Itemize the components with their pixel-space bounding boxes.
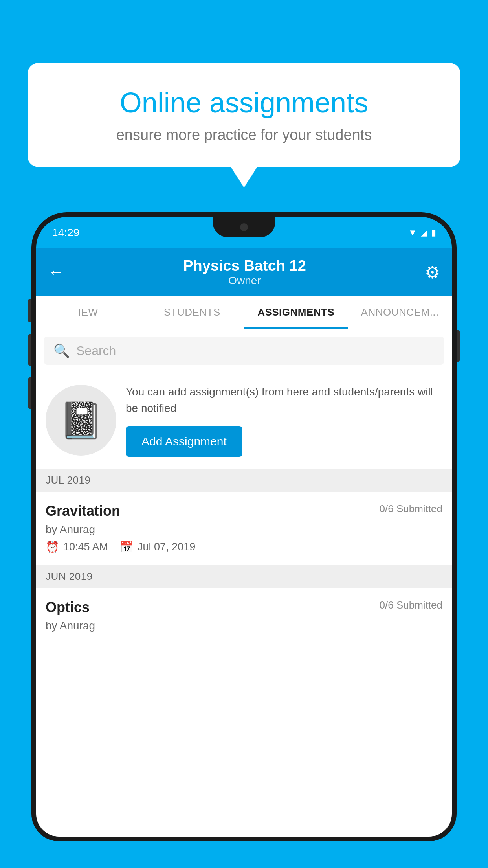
promo-section: 📓 You can add assignment(s) from here an… xyxy=(36,372,452,469)
search-container: 🔍 Search xyxy=(36,329,452,372)
signal-icon: ◢ xyxy=(421,228,427,238)
owner-label: Owner xyxy=(64,274,425,287)
assignment-title-optics: Optics xyxy=(46,599,90,616)
front-camera xyxy=(240,223,248,231)
calendar-icon: 📅 xyxy=(120,541,134,554)
tab-assignments[interactable]: ASSIGNMENTS xyxy=(244,296,348,329)
month-header-jun: JUN 2019 xyxy=(36,565,452,588)
app-header: ← Physics Batch 12 Owner ⚙ xyxy=(36,248,452,296)
batch-name: Physics Batch 12 xyxy=(64,257,425,274)
tab-announcements[interactable]: ANNOUNCEM... xyxy=(348,296,452,329)
assignment-by: by Anurag xyxy=(46,523,442,536)
add-assignment-button[interactable]: Add Assignment xyxy=(126,426,242,457)
promo-description: You can add assignment(s) from here and … xyxy=(126,384,442,417)
tabs-bar: IEW STUDENTS ASSIGNMENTS ANNOUNCEM... xyxy=(36,296,452,329)
phone-screen: ← Physics Batch 12 Owner ⚙ IEW STUDENTS … xyxy=(36,248,452,837)
clock-icon: ⏰ xyxy=(46,541,59,554)
back-button[interactable]: ← xyxy=(48,263,64,281)
volume-down-button xyxy=(28,377,31,409)
bubble-subtitle: ensure more practice for your students xyxy=(55,127,433,143)
power-button xyxy=(457,330,460,362)
settings-icon[interactable]: ⚙ xyxy=(425,262,440,282)
speech-bubble: Online assignments ensure more practice … xyxy=(28,63,460,167)
phone-outer: 14:29 ▼ ◢ ▮ ← Physics Batch 12 Owner ⚙ xyxy=(31,212,457,841)
silent-button xyxy=(28,299,31,322)
notebook-icon: 📓 xyxy=(59,400,103,441)
promo-right: You can add assignment(s) from here and … xyxy=(126,384,442,457)
status-icons: ▼ ◢ ▮ xyxy=(408,228,436,238)
wifi-icon: ▼ xyxy=(408,228,417,238)
status-time: 14:29 xyxy=(52,226,79,239)
promo-icon-circle: 📓 xyxy=(46,385,116,456)
assignment-time: ⏰ 10:45 AM xyxy=(46,541,108,554)
search-bar[interactable]: 🔍 Search xyxy=(44,337,444,365)
search-input[interactable]: Search xyxy=(76,344,116,358)
assignment-top-row-optics: Optics 0/6 Submitted xyxy=(46,599,442,616)
assignment-meta: ⏰ 10:45 AM 📅 Jul 07, 2019 xyxy=(46,541,442,554)
tab-students[interactable]: STUDENTS xyxy=(140,296,244,329)
assignment-submitted-optics: 0/6 Submitted xyxy=(380,599,442,611)
assignment-item-gravitation[interactable]: Gravitation 0/6 Submitted by Anurag ⏰ 10… xyxy=(36,492,452,565)
assignment-by-optics: by Anurag xyxy=(46,620,442,632)
search-icon: 🔍 xyxy=(53,343,70,359)
battery-icon: ▮ xyxy=(431,228,436,238)
bubble-title: Online assignments xyxy=(55,86,433,119)
tab-iew[interactable]: IEW xyxy=(36,296,140,329)
assignment-title: Gravitation xyxy=(46,503,120,519)
speech-bubble-container: Online assignments ensure more practice … xyxy=(28,63,460,167)
notch xyxy=(213,217,275,237)
phone-frame: 14:29 ▼ ◢ ▮ ← Physics Batch 12 Owner ⚙ xyxy=(31,212,457,868)
month-header-jul: JUL 2019 xyxy=(36,469,452,492)
header-title-area: Physics Batch 12 Owner xyxy=(64,257,425,287)
assignment-top-row: Gravitation 0/6 Submitted xyxy=(46,503,442,519)
volume-up-button xyxy=(28,334,31,366)
assignment-submitted: 0/6 Submitted xyxy=(380,503,442,515)
assignment-item-optics[interactable]: Optics 0/6 Submitted by Anurag xyxy=(36,588,452,648)
assignment-date: 📅 Jul 07, 2019 xyxy=(120,541,195,554)
